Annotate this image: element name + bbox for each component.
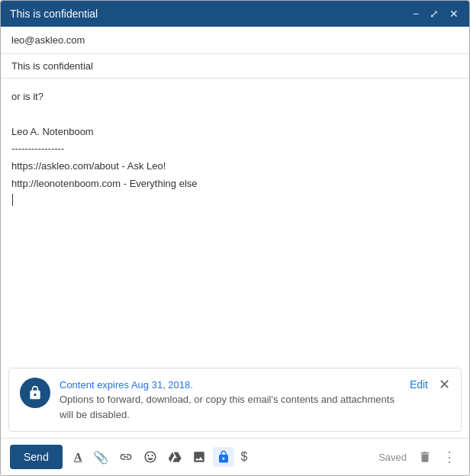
body-line-1: or is it?: [11, 89, 459, 105]
email-to-value: leo@askleo.com: [11, 34, 85, 46]
confidential-banner: Content expires Aug 31, 2018. Options to…: [8, 368, 462, 433]
banner-actions: Edit ✕: [410, 378, 450, 391]
body-line-6: http://leonotenboom.com - Everything els…: [11, 176, 459, 192]
delete-icon: [418, 450, 432, 464]
email-to-field[interactable]: leo@askleo.com: [1, 27, 469, 54]
body-line-5: https://askleo.com/about - Ask Leo!: [11, 159, 459, 175]
minimize-button[interactable]: −: [411, 7, 420, 21]
banner-lock-icon: [20, 378, 50, 408]
email-subject-field[interactable]: This is confidential: [1, 54, 469, 79]
photo-button[interactable]: [188, 447, 210, 467]
body-line-2: [11, 107, 459, 123]
cursor-line: [11, 194, 459, 206]
maximize-button[interactable]: ⤢: [428, 7, 440, 21]
banner-text-content: Content expires Aug 31, 2018. Options to…: [60, 378, 401, 423]
attach-icon: 📎: [93, 450, 108, 465]
banner-expiry-text: Content expires Aug 31, 2018.: [60, 378, 401, 393]
link-button[interactable]: [115, 447, 137, 467]
emoji-button[interactable]: [140, 447, 161, 467]
email-compose-window: This is confidential − ⤢ ✕ leo@askleo.co…: [0, 0, 470, 476]
send-button[interactable]: Send: [10, 445, 63, 469]
emoji-icon: [143, 450, 157, 464]
link-icon: [119, 450, 133, 464]
text-cursor: [12, 194, 13, 206]
confidential-button[interactable]: [213, 447, 234, 467]
close-button[interactable]: ✕: [448, 7, 460, 21]
drive-icon: [168, 450, 182, 464]
delete-button[interactable]: [414, 447, 436, 467]
title-bar: This is confidential − ⤢ ✕: [1, 1, 469, 27]
banner-description: Options to forward, download, or copy th…: [60, 392, 401, 422]
drive-button[interactable]: [164, 447, 185, 467]
more-icon: ⋮: [443, 450, 456, 464]
signature-icon: $: [241, 450, 248, 464]
more-options-button[interactable]: ⋮: [439, 447, 460, 467]
banner-edit-button[interactable]: Edit: [410, 378, 428, 391]
banner-close-button[interactable]: ✕: [439, 378, 450, 391]
compose-toolbar: Send A 📎: [1, 438, 469, 475]
window-title: This is confidential: [10, 8, 98, 20]
confidential-icon: [217, 450, 230, 464]
body-line-4: ----------------: [11, 141, 459, 157]
attach-button[interactable]: 📎: [89, 447, 112, 468]
email-body[interactable]: or is it? Leo A. Notenboom -------------…: [1, 79, 469, 362]
saved-status: Saved: [378, 452, 407, 463]
signature-button[interactable]: $: [237, 447, 252, 467]
email-subject-value: This is confidential: [11, 60, 93, 72]
photo-icon: [192, 450, 206, 464]
body-line-3: Leo A. Notenboom: [11, 124, 459, 140]
title-bar-controls: − ⤢ ✕: [411, 7, 460, 21]
format-icon: A: [74, 451, 82, 464]
lock-svg: [27, 385, 43, 400]
format-text-button[interactable]: A: [70, 448, 86, 467]
